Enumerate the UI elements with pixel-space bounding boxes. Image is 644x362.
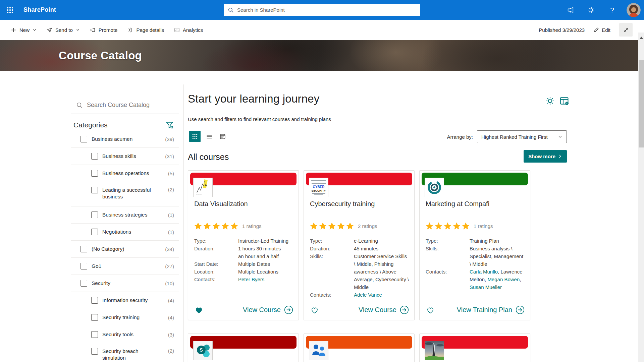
app-title: SharePoint <box>23 6 56 13</box>
category-checkbox[interactable] <box>91 314 98 321</box>
category-item[interactable]: Leading a successful business(2) <box>71 182 179 206</box>
category-checkbox[interactable] <box>91 187 98 193</box>
contact-link[interactable]: Adele Vance <box>354 292 382 298</box>
category-item[interactable]: Go1(27) <box>71 258 179 275</box>
command-promote[interactable]: Promote <box>90 27 118 33</box>
command-label: Analytics <box>183 27 203 33</box>
page-scrollbar[interactable] <box>638 33 644 362</box>
favorite-heart-button[interactable] <box>426 306 435 314</box>
view-course-link[interactable]: View Course <box>243 305 293 314</box>
detail-label: Type: <box>194 237 238 245</box>
category-checkbox[interactable] <box>91 212 98 218</box>
sharepoint-search-box[interactable] <box>224 4 420 16</box>
category-checkbox[interactable] <box>91 331 98 338</box>
chart-icon <box>174 27 180 33</box>
category-item[interactable]: Business acumen(39) <box>71 131 179 148</box>
catalog-search-box[interactable] <box>71 97 179 114</box>
help-icon[interactable]: ? <box>606 4 619 16</box>
catalog-search-input[interactable] <box>87 102 179 109</box>
category-checkbox[interactable] <box>91 348 98 355</box>
detail-value: Training Plan <box>470 237 525 245</box>
category-item[interactable]: Security(10) <box>71 275 179 292</box>
categories-title: Categories <box>73 121 108 129</box>
page-title: Course Catalog <box>59 49 142 62</box>
favorite-heart-button[interactable] <box>310 306 319 314</box>
course-card: Data Visualization1 ratingsType:Instruct… <box>188 170 299 320</box>
filter-settings-icon[interactable] <box>165 121 174 129</box>
category-item[interactable]: Information security(4) <box>71 292 179 309</box>
section-title: All courses <box>188 152 229 162</box>
edit-button[interactable]: Edit <box>593 27 610 33</box>
category-count: (39) <box>165 136 174 142</box>
command-analytics[interactable]: Analytics <box>174 27 203 33</box>
rating-count: 2 ratings <box>358 223 377 229</box>
detail-text: e-Learning <box>354 238 378 244</box>
favorite-heart-button[interactable] <box>194 306 204 314</box>
collapse-button[interactable] <box>619 23 633 37</box>
category-item[interactable]: Business strategies(1) <box>71 206 179 224</box>
category-checkbox[interactable] <box>80 280 87 287</box>
app-launcher-icon[interactable] <box>2 2 18 18</box>
category-item[interactable]: (No Category)(34) <box>71 241 179 258</box>
detail-value: 45 minutes <box>354 245 410 252</box>
account-avatar[interactable] <box>627 3 641 17</box>
category-item[interactable]: Security tools(3) <box>71 326 179 343</box>
star-icon <box>425 222 434 231</box>
arrange-by-value: Highest Ranked Training First <box>481 134 548 140</box>
calendar-view-toggle[interactable] <box>218 131 227 142</box>
category-item[interactable]: Business skills(31) <box>71 148 179 165</box>
arrange-by-dropdown[interactable]: Highest Ranked Training First <box>477 130 567 143</box>
sharepoint-search-input[interactable] <box>237 7 416 13</box>
command-page-details[interactable]: Page details <box>127 27 164 33</box>
category-count: (2) <box>168 187 174 192</box>
detail-label: Contacts: <box>194 276 238 283</box>
category-label: Security tools <box>102 331 133 338</box>
command-new[interactable]: New <box>11 27 37 33</box>
detail-value: Business analysis \ Specialist, Manageme… <box>470 245 525 268</box>
view-toggles <box>189 131 227 142</box>
category-checkbox[interactable] <box>91 229 98 235</box>
webpart-settings-gear-icon[interactable] <box>545 96 555 106</box>
category-item[interactable]: Negotiations(1) <box>71 224 179 241</box>
command-send-to[interactable]: Send to <box>47 27 80 33</box>
category-checkbox[interactable] <box>80 246 87 252</box>
category-checkbox[interactable] <box>91 170 98 177</box>
scrollbar-up-arrow[interactable] <box>638 35 644 40</box>
view-course-link[interactable]: View Training Plan <box>457 305 525 314</box>
category-checkbox[interactable] <box>80 136 87 142</box>
detail-label: Duration: <box>194 245 238 260</box>
contact-link[interactable]: Megan Bowen <box>487 277 520 282</box>
detail-label: Skills: <box>310 252 354 291</box>
category-checkbox[interactable] <box>91 153 98 160</box>
megaphone-icon[interactable] <box>564 4 577 16</box>
category-item[interactable]: Business operations(5) <box>71 165 179 182</box>
contact-link[interactable]: Susan Mueller <box>470 284 502 290</box>
plus-icon <box>11 27 16 33</box>
category-label: Negotiations <box>102 229 131 235</box>
category-checkbox[interactable] <box>80 263 87 269</box>
webpart-edit-layout-icon[interactable] <box>559 96 570 106</box>
send-icon <box>47 27 52 33</box>
chevron-down-icon <box>76 28 80 32</box>
list-view-toggle[interactable] <box>205 131 214 142</box>
category-item[interactable]: Security training(4) <box>71 309 179 326</box>
detail-label: Location: <box>194 268 238 276</box>
scrollbar-thumb[interactable] <box>639 60 644 147</box>
contact-link[interactable]: Carla Murillo <box>470 269 498 275</box>
view-course-link[interactable]: View Course <box>359 305 409 314</box>
category-item[interactable]: Security breach simulation(2) <box>71 343 179 362</box>
category-count: (10) <box>165 281 174 286</box>
arrange-by-control: Arrange by: Highest Ranked Training Firs… <box>416 130 567 143</box>
grid-view-toggle[interactable] <box>189 131 201 142</box>
settings-gear-icon[interactable] <box>585 4 598 16</box>
contact-link[interactable]: Peter Byers <box>238 277 264 282</box>
categories-header: Categories <box>73 121 179 129</box>
svg-text:CYBER: CYBER <box>313 185 325 189</box>
detail-label: Contacts: <box>426 268 470 291</box>
star-icon <box>212 222 221 231</box>
category-count: (4) <box>168 315 174 320</box>
show-more-button[interactable]: Show more <box>524 150 567 163</box>
star-icon <box>230 222 239 231</box>
category-checkbox[interactable] <box>91 297 98 304</box>
category-label: Business operations <box>102 170 149 177</box>
